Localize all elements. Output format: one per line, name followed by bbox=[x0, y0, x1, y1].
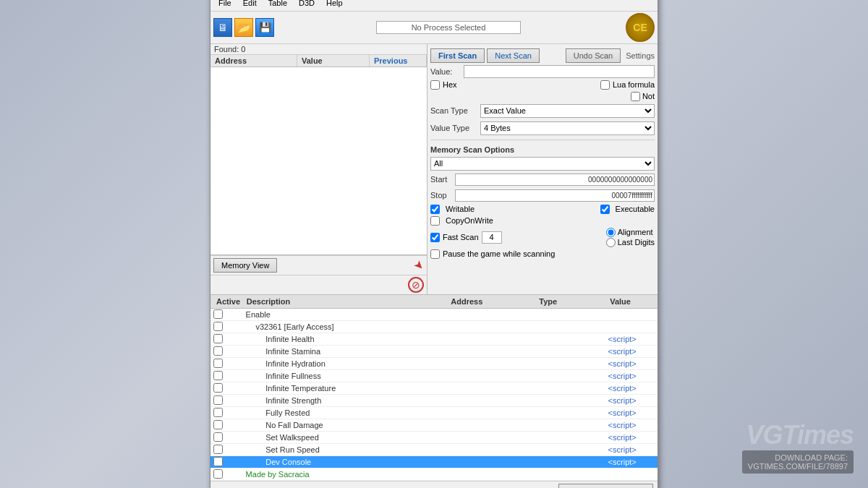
row-active-cell bbox=[213, 334, 242, 343]
table-row[interactable]: Dev Console<script> bbox=[210, 456, 658, 468]
left-panel: Found: 0 Address Value Previous Memory V… bbox=[210, 44, 427, 294]
mem-scan-select[interactable]: All bbox=[430, 157, 655, 171]
table-row[interactable]: v32361 [Early Access] bbox=[210, 321, 658, 333]
start-input[interactable] bbox=[455, 174, 655, 186]
menu-bar: File Edit Table D3D Help bbox=[210, 0, 658, 12]
row-enable-checkbox[interactable] bbox=[213, 322, 223, 331]
row-active-cell bbox=[213, 457, 242, 466]
row-val-cell: <script> bbox=[608, 408, 655, 417]
table-row[interactable]: Set Walkspeed<script> bbox=[210, 432, 658, 444]
row-enable-checkbox[interactable] bbox=[213, 395, 223, 405]
alignment-label: Alignment bbox=[618, 228, 653, 236]
row-val-cell: <script> bbox=[608, 372, 655, 380]
right-panel: First Scan Next Scan Undo Scan Settings … bbox=[427, 44, 658, 294]
folder-icon-button[interactable]: 📂 bbox=[234, 18, 253, 37]
stop-row: Stop bbox=[430, 189, 655, 202]
table-row[interactable]: Infinite Hydration<script> bbox=[210, 358, 658, 370]
stop-input[interactable] bbox=[455, 189, 655, 202]
menu-edit[interactable]: Edit bbox=[238, 0, 262, 9]
row-enable-checkbox[interactable] bbox=[213, 383, 223, 393]
table-row[interactable]: Infinite Fullness<script> bbox=[210, 370, 658, 382]
table-row[interactable]: Infinite Stamina<script> bbox=[210, 346, 658, 358]
table-row[interactable]: Set Run Speed<script> bbox=[210, 444, 658, 456]
table-row[interactable]: Enable bbox=[210, 309, 658, 321]
first-scan-button[interactable]: First Scan bbox=[430, 48, 485, 63]
scan-type-select[interactable]: Exact Value bbox=[480, 104, 655, 118]
row-desc-cell: v32361 [Early Access] bbox=[242, 322, 450, 331]
row-desc-cell: Made by Sacracia bbox=[243, 470, 449, 479]
value-input[interactable] bbox=[464, 65, 655, 78]
no-icon-button[interactable]: ⊘ bbox=[408, 277, 424, 293]
row-desc-cell: Infinite Fullness bbox=[242, 372, 451, 380]
last-digits-label: Last Digits bbox=[618, 238, 655, 247]
table-row[interactable]: No Fall Damage<script> bbox=[210, 419, 658, 432]
value-type-select[interactable]: 4 Bytes bbox=[480, 121, 655, 135]
col-previous-header: Previous bbox=[370, 55, 427, 67]
row-active-cell bbox=[213, 322, 242, 331]
row-desc-cell: Fully Rested bbox=[242, 408, 451, 417]
writable-checkbox[interactable] bbox=[430, 205, 440, 214]
row-enable-checkbox[interactable] bbox=[213, 408, 223, 417]
row-val-cell: <script> bbox=[608, 433, 655, 442]
computer-icon-button[interactable]: 🖥 bbox=[213, 18, 232, 37]
process-selector[interactable]: No Process Selected bbox=[376, 21, 521, 34]
menu-d3d[interactable]: D3D bbox=[294, 0, 320, 9]
pause-game-checkbox[interactable] bbox=[430, 249, 440, 259]
menu-file[interactable]: File bbox=[213, 0, 237, 9]
copy-on-write-checkbox[interactable] bbox=[430, 216, 440, 226]
menu-help[interactable]: Help bbox=[321, 0, 348, 9]
settings-button[interactable]: Settings bbox=[626, 51, 655, 60]
hex-label: Hex bbox=[443, 80, 457, 89]
row-desc-cell: Infinite Hydration bbox=[242, 359, 451, 368]
table-row[interactable]: Made by Sacracia bbox=[210, 468, 658, 481]
table-row[interactable]: Infinite Health<script> bbox=[210, 333, 658, 346]
not-checkbox[interactable] bbox=[631, 92, 640, 101]
row-enable-checkbox[interactable] bbox=[213, 457, 223, 466]
row-enable-checkbox[interactable] bbox=[213, 445, 223, 454]
fast-scan-input[interactable] bbox=[482, 231, 502, 244]
row-desc-cell: Infinite Health bbox=[242, 335, 451, 343]
row-enable-checkbox[interactable] bbox=[213, 371, 223, 380]
vgtimes-link-url: VGTIMES.COM/FILE/78897 bbox=[748, 462, 848, 471]
copy-on-write-row: CopyOnWrite bbox=[430, 216, 655, 226]
menu-table[interactable]: Table bbox=[263, 0, 292, 9]
executable-checkbox[interactable] bbox=[600, 205, 610, 214]
row-enable-checkbox[interactable] bbox=[213, 334, 223, 343]
save-icon-button[interactable]: 💾 bbox=[255, 18, 274, 37]
scan-results-list bbox=[210, 67, 427, 255]
row-val-cell: <script> bbox=[608, 396, 655, 405]
row-enable-checkbox[interactable] bbox=[213, 432, 223, 442]
type-col-header: Type bbox=[536, 296, 607, 307]
row-val-cell: <script> bbox=[608, 359, 655, 368]
row-enable-checkbox[interactable] bbox=[213, 346, 223, 356]
last-digits-radio[interactable] bbox=[606, 238, 616, 247]
col-address-header: Address bbox=[210, 55, 297, 67]
memory-view-button[interactable]: Memory View bbox=[213, 258, 277, 273]
cheat-table-panel: Active Description Address Type Value En… bbox=[210, 294, 658, 489]
alignment-radio[interactable] bbox=[606, 228, 616, 237]
table-row[interactable]: Fully Rested<script> bbox=[210, 407, 658, 419]
table-row[interactable]: Infinite Temperature<script> bbox=[210, 382, 658, 395]
next-scan-button[interactable]: Next Scan bbox=[487, 48, 540, 63]
row-active-cell bbox=[213, 408, 242, 417]
hex-checkbox[interactable] bbox=[430, 80, 440, 90]
row-enable-checkbox[interactable] bbox=[213, 469, 223, 479]
row-enable-checkbox[interactable] bbox=[213, 420, 223, 429]
scan-type-row: Scan Type Exact Value bbox=[430, 104, 655, 118]
undo-scan-button[interactable]: Undo Scan bbox=[566, 48, 621, 63]
value-type-row: Value Type 4 Bytes bbox=[430, 121, 655, 135]
table-row[interactable]: Infinite Strength<script> bbox=[210, 395, 658, 407]
row-enable-checkbox[interactable] bbox=[213, 309, 223, 319]
bottom-bar: Add Address Manually bbox=[210, 481, 658, 489]
fast-scan-checkbox[interactable] bbox=[430, 233, 440, 242]
row-val-cell: <script> bbox=[608, 384, 655, 393]
writable-row: Writable Executable bbox=[430, 205, 655, 214]
found-count: Found: 0 bbox=[210, 44, 427, 55]
row-val-cell: <script> bbox=[608, 421, 655, 429]
row-active-cell bbox=[213, 445, 242, 454]
row-val-cell: <script> bbox=[608, 458, 655, 466]
add-address-button[interactable]: Add Address Manually bbox=[558, 484, 653, 489]
table-header: Active Description Address Type Value bbox=[210, 295, 658, 309]
row-enable-checkbox[interactable] bbox=[213, 359, 223, 368]
lua-formula-checkbox[interactable] bbox=[600, 80, 610, 90]
